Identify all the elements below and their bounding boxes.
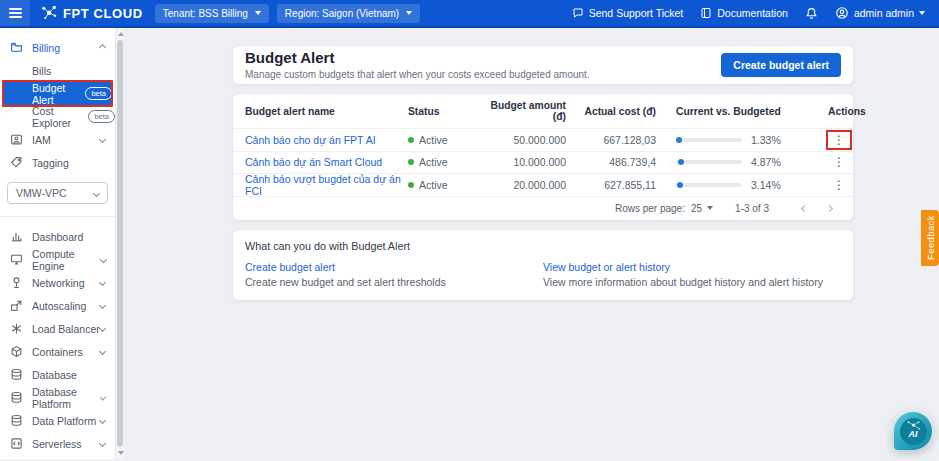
sidebar-item-load-balancer[interactable]: Load Balancer — [0, 317, 115, 340]
scrollbar-thumb[interactable] — [117, 40, 123, 447]
chevron-down-icon — [406, 11, 412, 15]
sidebar-scrollbar — [115, 28, 124, 459]
database-icon — [10, 414, 23, 427]
sidebar-item-compute-engine[interactable]: Compute Engine — [0, 248, 115, 271]
chevron-down-icon — [99, 279, 106, 286]
tenant-dropdown[interactable]: Tenant: BSS Billing — [155, 4, 269, 23]
dashboard-icon — [10, 230, 23, 243]
page-subtitle: Manage custom budgets that alert when yo… — [245, 69, 590, 80]
next-page-button[interactable] — [826, 204, 833, 211]
tag-icon — [10, 156, 23, 169]
chevron-down-icon — [99, 325, 106, 332]
budget-alert-link[interactable]: Cảnh báo vượt bugdet của dự án FCI — [245, 173, 401, 197]
scroll-up-arrow[interactable] — [118, 32, 124, 36]
ai-chat-icon: AI — [900, 418, 927, 445]
status-dot — [408, 159, 414, 165]
beta-badge: beta — [85, 87, 112, 100]
create-budget-alert-button[interactable]: Create budget alert — [721, 53, 841, 77]
column-header-status: Status — [408, 106, 480, 117]
row-actions-button[interactable]: ⋮ — [828, 179, 850, 191]
sidebar-item-networking[interactable]: Networking — [0, 271, 115, 294]
chevron-down-icon — [255, 11, 261, 15]
column-header-name: Budget alert name — [245, 106, 408, 117]
vpc-select[interactable]: VMW-VPC — [7, 182, 108, 204]
sidebar-item-dashboard[interactable]: Dashboard — [0, 225, 115, 248]
create-budget-alert-link[interactable]: Create budget alert — [245, 261, 335, 273]
region-dropdown[interactable]: Region: Saigon (Vietnam) — [277, 4, 420, 23]
chevron-down-icon — [99, 302, 106, 309]
sidebar-item-database[interactable]: Database — [0, 363, 115, 386]
database-icon — [10, 391, 23, 404]
actual-cost: 667.128,03 — [566, 134, 656, 146]
column-header-budget: Budget amount (đ) — [480, 100, 566, 122]
fpt-cloud-logo: FPT CLOUD — [40, 3, 143, 23]
help-card: What can you do with Budget Alert Create… — [232, 229, 854, 301]
help-description: Create new budget and set alert threshol… — [245, 276, 543, 288]
chevron-down-icon — [93, 189, 100, 196]
rows-per-page-select[interactable]: 25 — [691, 203, 713, 214]
kebab-menu-icon: ⋮ — [833, 178, 845, 192]
chevron-up-icon — [99, 44, 106, 51]
pagination-range: 1-3 of 3 — [735, 203, 769, 214]
sidebar-item-data-platform[interactable]: Data Platform — [0, 409, 115, 432]
column-header-actions: Actions — [828, 106, 866, 117]
sidebar-item-billing[interactable]: Billing — [0, 36, 115, 59]
progress-bar — [676, 183, 742, 187]
budget-amount: 10.000.000 — [480, 156, 566, 168]
sidebar-item-bills[interactable]: Bills — [0, 59, 115, 82]
sidebar-item-iam[interactable]: IAM — [0, 128, 115, 151]
fpt-molecule-icon — [40, 3, 58, 23]
progress-bar — [676, 160, 742, 164]
kebab-menu-icon: ⋮ — [833, 133, 845, 147]
send-support-ticket-button[interactable]: Send Support Ticket — [572, 7, 684, 19]
iam-icon — [10, 133, 23, 146]
budget-alert-link[interactable]: Cảnh báo cho dự án FPT AI — [245, 134, 376, 146]
database-icon — [10, 368, 23, 381]
scroll-down-arrow[interactable] — [118, 451, 124, 455]
table-row: Cảnh báo vượt bugdet của dự án FCI Activ… — [233, 173, 853, 196]
feedback-tab[interactable]: Feedback — [921, 210, 939, 266]
networking-icon — [10, 276, 23, 289]
containers-icon — [10, 345, 23, 358]
logo-text: FPT CLOUD — [63, 6, 143, 21]
chevron-down-icon — [99, 440, 106, 447]
row-actions-button[interactable]: ⋮ — [828, 134, 850, 146]
status-label: Active — [419, 179, 448, 191]
help-description: View more information about budget histo… — [543, 276, 841, 288]
table-row: Cảnh báo cho dự án FPT AI Active 50.000.… — [233, 128, 853, 151]
percent-label: 3.14% — [751, 179, 781, 191]
column-header-current: Current vs. Budgeted — [656, 106, 828, 117]
ai-chat-bubble[interactable]: AI — [894, 412, 932, 450]
notifications-button[interactable] — [805, 7, 818, 20]
documentation-icon — [700, 7, 712, 19]
hamburger-menu-icon[interactable] — [0, 0, 30, 26]
top-bar: FPT CLOUD Tenant: BSS Billing Region: Sa… — [0, 0, 939, 28]
row-actions-button[interactable]: ⋮ — [828, 156, 850, 168]
sidebar-item-cost-explorer[interactable]: Cost Explorer beta — [0, 105, 115, 128]
status-label: Active — [419, 156, 448, 168]
actual-cost: 486.739,4 — [566, 156, 656, 168]
help-title: What can you do with Budget Alert — [245, 240, 841, 252]
sidebar-item-autoscaling[interactable]: Autoscaling — [0, 294, 115, 317]
sidebar-item-ai-platform[interactable]: AI Platform — [0, 455, 115, 459]
previous-page-button[interactable] — [801, 204, 808, 211]
sidebar-item-serverless[interactable]: Serverless — [0, 432, 115, 455]
budget-alert-link[interactable]: Cảnh báo dự án Smart Cloud — [245, 156, 382, 168]
sidebar-item-tagging[interactable]: Tagging — [0, 151, 115, 174]
load-balancer-icon — [10, 322, 23, 335]
sidebar-item-budget-alert[interactable]: Budget Alert beta — [3, 82, 112, 105]
user-menu[interactable]: admin admin — [835, 6, 925, 20]
sidebar-item-database-platform[interactable]: Database Platform — [0, 386, 115, 409]
documentation-link[interactable]: Documentation — [700, 7, 788, 19]
chevron-down-icon — [99, 136, 106, 143]
page-title: Budget Alert — [245, 50, 590, 67]
chevron-down-icon — [99, 348, 106, 355]
progress-bar — [676, 138, 742, 142]
budget-amount: 50.000.000 — [480, 134, 566, 146]
sidebar-item-containers[interactable]: Containers — [0, 340, 115, 363]
main-content: Budget Alert Manage custom budgets that … — [124, 28, 939, 459]
support-ticket-icon — [572, 7, 584, 19]
autoscaling-icon — [10, 299, 23, 312]
view-history-link[interactable]: View budget or alert history — [543, 261, 670, 273]
status-label: Active — [419, 134, 448, 146]
